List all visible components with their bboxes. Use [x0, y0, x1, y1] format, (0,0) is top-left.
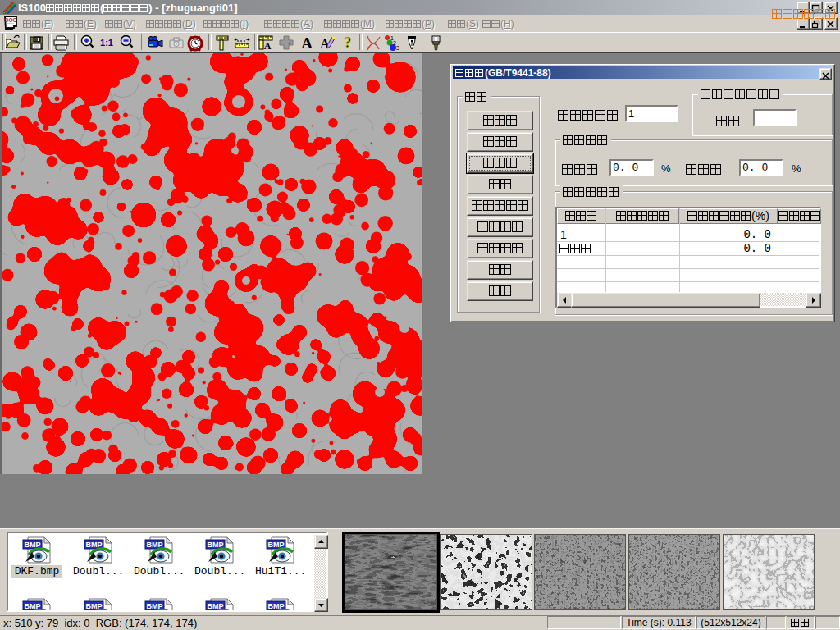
- svg-text:DOC: DOC: [5, 17, 17, 23]
- svg-text:BMP: BMP: [268, 602, 285, 610]
- svg-text:BMP: BMP: [86, 602, 103, 610]
- svg-text:BMP: BMP: [268, 541, 285, 549]
- svg-text:A: A: [301, 34, 313, 52]
- svg-text:BMP: BMP: [208, 602, 224, 610]
- svg-text:3: 3: [396, 45, 399, 51]
- svg-text:BMP: BMP: [208, 541, 224, 549]
- svg-text:BMP: BMP: [25, 602, 41, 610]
- svg-text:?: ?: [345, 34, 352, 51]
- svg-text:BMP: BMP: [147, 541, 163, 549]
- svg-text:1:1: 1:1: [100, 38, 113, 48]
- svg-text:BMP: BMP: [25, 541, 41, 549]
- svg-text:BMP: BMP: [147, 602, 163, 610]
- svg-text:BMP: BMP: [86, 541, 103, 549]
- svg-text:A: A: [264, 40, 272, 52]
